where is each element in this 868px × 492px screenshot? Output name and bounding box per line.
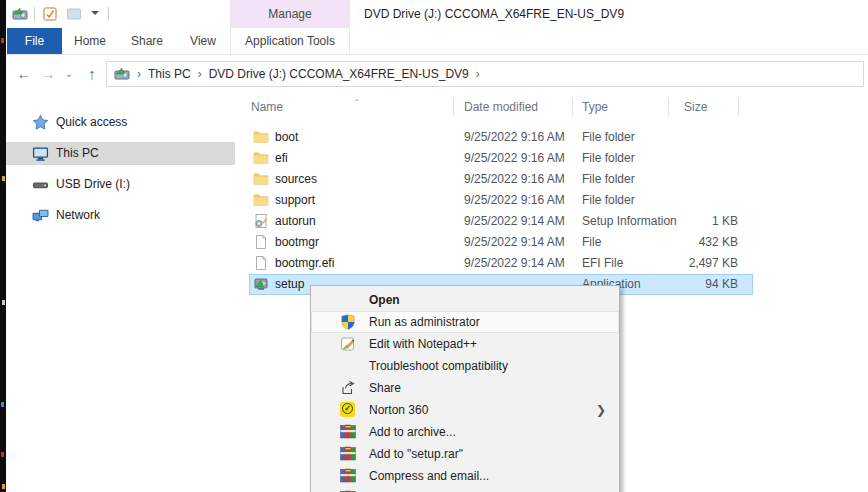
tab-application-tools[interactable]: Application Tools bbox=[230, 28, 350, 54]
edge-speck bbox=[1, 452, 4, 457]
menu-item-edit-with-notepadpp[interactable]: Edit with Notepad++ bbox=[311, 333, 619, 355]
navigation-pane: Quick access This PC USB Drive (I:) Netw… bbox=[6, 92, 235, 492]
ribbon-tab-strip: File Home Share View Application Tools bbox=[6, 28, 868, 55]
file-type: File folder bbox=[582, 190, 635, 211]
file-name: bootmgr bbox=[275, 232, 319, 253]
file-size: 94 KB bbox=[633, 274, 738, 295]
menu-item-norton-360[interactable]: ✓ Norton 360 ❯ bbox=[311, 399, 619, 421]
tab-share[interactable]: Share bbox=[120, 28, 174, 54]
edge-speck bbox=[2, 484, 5, 489]
column-header-date-modified[interactable]: Date modified bbox=[464, 96, 538, 119]
notepadpp-icon bbox=[340, 336, 356, 352]
folder-icon bbox=[253, 171, 269, 187]
file-type: File bbox=[582, 232, 601, 253]
column-header-type[interactable]: Type bbox=[582, 96, 608, 119]
sidebar-item-label: Network bbox=[56, 204, 100, 227]
table-row-support[interactable]: support 9/25/2022 9:16 AM File folder bbox=[249, 190, 753, 211]
breadcrumb-this-pc[interactable]: This PC bbox=[148, 67, 191, 81]
menu-item-add-to-setup-rar[interactable]: Add to "setup.rar" bbox=[311, 443, 619, 465]
new-folder-icon-disabled bbox=[66, 6, 82, 22]
forward-icon[interactable]: → bbox=[38, 55, 58, 92]
dvd-drive-icon bbox=[12, 6, 28, 22]
network-icon bbox=[32, 207, 49, 224]
table-row-boot[interactable]: boot 9/25/2022 9:16 AM File folder bbox=[249, 127, 753, 148]
file-date: 9/25/2022 9:14 AM bbox=[464, 232, 565, 253]
context-menu: Open Run as administrator Edit with Note… bbox=[310, 285, 620, 492]
customize-toolbar-icon[interactable] bbox=[90, 6, 106, 22]
menu-item-open[interactable]: Open bbox=[311, 289, 619, 311]
file-icon bbox=[253, 255, 269, 271]
chevron-icon[interactable]: › bbox=[191, 67, 209, 81]
file-type: File folder bbox=[582, 148, 635, 169]
file-type: File folder bbox=[582, 169, 635, 190]
file-icon bbox=[253, 234, 269, 250]
setup-application-icon bbox=[253, 276, 269, 292]
share-icon bbox=[340, 380, 356, 396]
file-name: efi bbox=[275, 148, 288, 169]
menu-item-compress-to-setup-rar-and-email[interactable]: Compress to "setup.rar" and email bbox=[311, 487, 619, 492]
menu-item-add-to-archive[interactable]: Add to archive... bbox=[311, 421, 619, 443]
chevron-icon[interactable]: › bbox=[130, 67, 148, 81]
winrar-icon bbox=[340, 468, 356, 484]
folder-icon bbox=[253, 129, 269, 145]
tab-file[interactable]: File bbox=[7, 28, 62, 54]
sidebar-item-label: USB Drive (I:) bbox=[56, 173, 130, 196]
edge-speck bbox=[2, 176, 5, 181]
column-divider[interactable] bbox=[453, 98, 454, 116]
history-dropdown-icon[interactable]: ⌄ bbox=[62, 55, 76, 92]
chevron-icon[interactable]: › bbox=[469, 67, 487, 81]
toolbar-separator bbox=[34, 7, 35, 21]
background-window-sliver bbox=[0, 0, 6, 492]
location-drive-icon bbox=[114, 66, 130, 82]
back-icon[interactable]: ← bbox=[14, 55, 34, 92]
file-date: 9/25/2022 9:16 AM bbox=[464, 169, 565, 190]
sidebar-item-label: This PC bbox=[56, 142, 99, 165]
sidebar-item-quick-access[interactable]: Quick access bbox=[6, 111, 235, 134]
up-icon[interactable]: ↑ bbox=[82, 55, 102, 92]
star-icon bbox=[32, 114, 49, 131]
winrar-icon bbox=[340, 446, 356, 462]
column-header-size[interactable]: Size bbox=[684, 96, 707, 119]
menu-item-troubleshoot-compatibility[interactable]: Troubleshoot compatibility bbox=[311, 355, 619, 377]
file-name: sources bbox=[275, 169, 317, 190]
folder-icon bbox=[253, 192, 269, 208]
sidebar-item-usb-drive[interactable]: USB Drive (I:) bbox=[6, 173, 235, 196]
file-size: 2,497 KB bbox=[633, 253, 738, 274]
setup-information-icon bbox=[253, 213, 269, 229]
file-date: 9/25/2022 9:16 AM bbox=[464, 127, 565, 148]
edge-speck bbox=[1, 402, 4, 407]
table-row-bootmgr[interactable]: bootmgr 9/25/2022 9:14 AM File 432 KB bbox=[249, 232, 753, 253]
menu-item-share[interactable]: Share bbox=[311, 377, 619, 399]
table-row-efi[interactable]: efi 9/25/2022 9:16 AM File folder bbox=[249, 148, 753, 169]
breadcrumb-dvd-drive[interactable]: DVD Drive (J:) CCCOMA_X64FRE_EN-US_DV9 bbox=[209, 67, 469, 81]
properties-icon[interactable] bbox=[42, 6, 58, 22]
column-header-name[interactable]: Name ˆ bbox=[251, 96, 283, 119]
tab-view[interactable]: View bbox=[178, 28, 228, 54]
window-title: DVD Drive (J:) CCCOMA_X64FRE_EN-US_DV9 bbox=[364, 0, 624, 28]
file-name: setup bbox=[275, 274, 304, 295]
ribbon-tab-manage[interactable]: Manage bbox=[230, 0, 350, 28]
sidebar-item-network[interactable]: Network bbox=[6, 204, 235, 227]
menu-item-compress-and-email[interactable]: Compress and email... bbox=[311, 465, 619, 487]
file-name: boot bbox=[275, 127, 298, 148]
table-row-autorun[interactable]: autorun 9/25/2022 9:14 AM Setup Informat… bbox=[249, 211, 753, 232]
navigation-bar: ← → ⌄ ↑ › This PC › DVD Drive (J:) CCCOM… bbox=[6, 55, 868, 92]
sort-ascending-icon: ˆ bbox=[355, 93, 359, 116]
column-divider[interactable] bbox=[572, 98, 573, 116]
file-type: EFI File bbox=[582, 253, 623, 274]
menu-item-run-as-administrator[interactable]: Run as administrator bbox=[311, 311, 619, 333]
column-divider[interactable] bbox=[668, 98, 669, 116]
sidebar-item-label: Quick access bbox=[56, 111, 127, 134]
table-row-sources[interactable]: sources 9/25/2022 9:16 AM File folder bbox=[249, 169, 753, 190]
monitor-icon bbox=[32, 145, 49, 162]
sidebar-item-this-pc[interactable]: This PC bbox=[6, 142, 235, 165]
column-divider[interactable] bbox=[738, 98, 739, 116]
tab-home[interactable]: Home bbox=[64, 28, 116, 54]
file-name: autorun bbox=[275, 211, 316, 232]
table-row-bootmgr-efi[interactable]: bootmgr.efi 9/25/2022 9:14 AM EFI File 2… bbox=[249, 253, 753, 274]
title-bar: Manage DVD Drive (J:) CCCOMA_X64FRE_EN-U… bbox=[6, 0, 868, 28]
file-size: 1 KB bbox=[633, 211, 738, 232]
file-date: 9/25/2022 9:14 AM bbox=[464, 253, 565, 274]
edge-speck bbox=[1, 38, 4, 43]
address-bar[interactable]: › This PC › DVD Drive (J:) CCCOMA_X64FRE… bbox=[106, 61, 864, 87]
